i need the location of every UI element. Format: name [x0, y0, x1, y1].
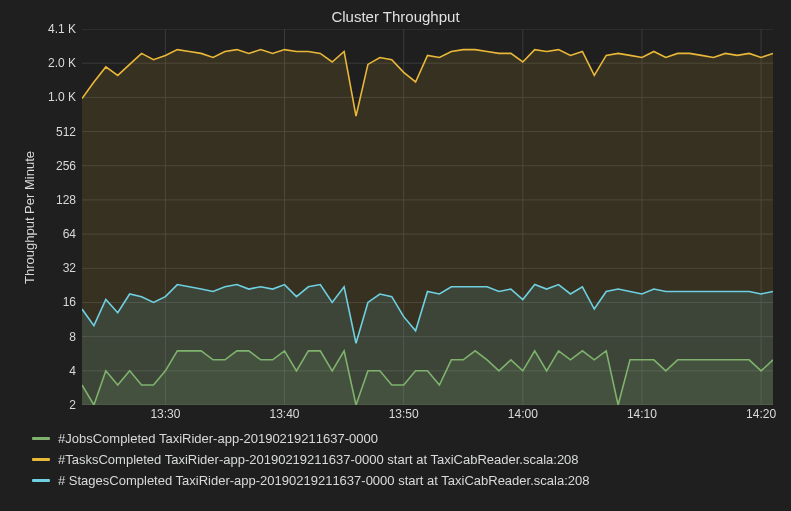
x-tick: 13:50	[389, 407, 419, 421]
y-axis: 2481632641282565121.0 K2.0 K4.1 K	[40, 29, 82, 405]
legend-label-jobs: #JobsCompleted TaxiRider-app-20190219211…	[58, 431, 378, 446]
y-tick: 512	[56, 125, 76, 139]
y-tick: 2	[69, 398, 76, 412]
legend-label-stages: # StagesCompleted TaxiRider-app-20190219…	[58, 473, 589, 488]
legend-swatch-stages	[32, 479, 50, 482]
y-axis-label-col: Throughput Per Minute	[18, 29, 40, 405]
y-tick: 8	[69, 330, 76, 344]
legend-item-stages[interactable]: # StagesCompleted TaxiRider-app-20190219…	[32, 473, 773, 488]
x-tick: 14:10	[627, 407, 657, 421]
chart-plot[interactable]	[82, 29, 773, 405]
legend-item-jobs[interactable]: #JobsCompleted TaxiRider-app-20190219211…	[32, 431, 773, 446]
legend-swatch-jobs	[32, 437, 50, 440]
y-tick: 1.0 K	[48, 90, 76, 104]
x-tick: 13:40	[270, 407, 300, 421]
y-tick: 256	[56, 159, 76, 173]
y-tick: 64	[63, 227, 76, 241]
x-tick: 14:20	[746, 407, 776, 421]
panel-title: Cluster Throughput	[18, 8, 773, 25]
chart-svg	[82, 29, 773, 405]
legend: #JobsCompleted TaxiRider-app-20190219211…	[32, 431, 773, 488]
x-tick: 13:30	[150, 407, 180, 421]
y-tick: 128	[56, 193, 76, 207]
legend-item-tasks[interactable]: #TasksCompleted TaxiRider-app-2019021921…	[32, 452, 773, 467]
y-tick: 4.1 K	[48, 22, 76, 36]
x-axis: 13:3013:4013:5014:0014:1014:20	[82, 405, 773, 423]
y-tick: 2.0 K	[48, 56, 76, 70]
legend-label-tasks: #TasksCompleted TaxiRider-app-2019021921…	[58, 452, 579, 467]
y-tick: 32	[63, 261, 76, 275]
x-tick: 14:00	[508, 407, 538, 421]
legend-swatch-tasks	[32, 458, 50, 461]
throughput-panel: Cluster Throughput Throughput Per Minute…	[0, 0, 791, 511]
y-tick: 4	[69, 364, 76, 378]
y-axis-label: Throughput Per Minute	[22, 151, 37, 284]
plot-area: Throughput Per Minute 248163264128256512…	[18, 29, 773, 405]
y-tick: 16	[63, 295, 76, 309]
